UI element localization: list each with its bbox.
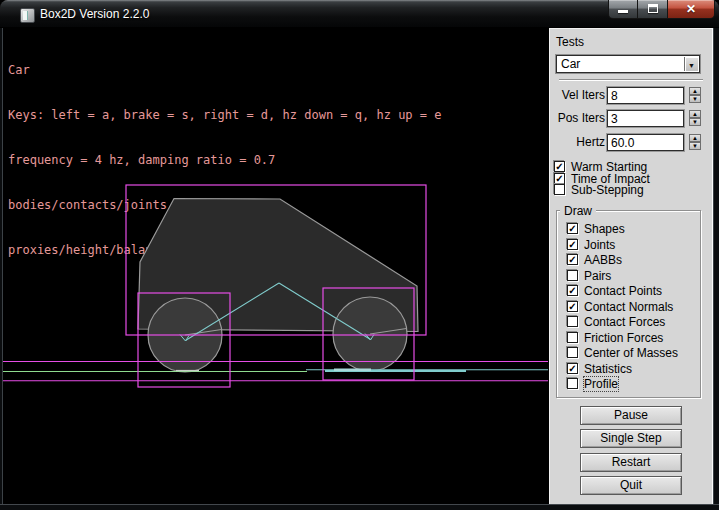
hertz-input[interactable] bbox=[607, 134, 684, 151]
app-icon-glyph bbox=[23, 11, 28, 20]
aabbs-checkbox-row[interactable]: ✓AABBs bbox=[567, 254, 622, 266]
tests-label: Tests bbox=[556, 35, 584, 49]
spinner-down-icon[interactable]: ▼ bbox=[689, 142, 701, 150]
hertz-spinner: ▲ ▼ bbox=[689, 134, 701, 151]
separator bbox=[559, 79, 703, 81]
pairs-checkbox-row[interactable]: Pairs bbox=[567, 270, 611, 282]
checkbox[interactable] bbox=[567, 332, 578, 343]
minimize-button[interactable] bbox=[608, 0, 638, 19]
debug-draw-layer bbox=[3, 28, 549, 504]
window-border-right bbox=[713, 28, 719, 504]
spinner-up-icon[interactable]: ▲ bbox=[689, 134, 701, 142]
checkbox-label: Pairs bbox=[584, 269, 611, 283]
checkbox-label: Statistics bbox=[584, 362, 632, 376]
checkbox-label: Friction Forces bbox=[584, 331, 663, 345]
pause-button[interactable]: Pause bbox=[580, 406, 682, 425]
checkbox[interactable]: ✓ bbox=[567, 363, 578, 374]
contact-forces-checkbox-row[interactable]: Contact Forces bbox=[567, 316, 665, 328]
single-step-button[interactable]: Single Step bbox=[580, 429, 682, 448]
checkbox[interactable]: ✓ bbox=[567, 301, 578, 312]
draw-group-label: Draw bbox=[560, 204, 596, 218]
hertz-row: Hertz ▲ ▼ bbox=[550, 134, 714, 151]
checkbox-label: AABBs bbox=[584, 253, 622, 267]
contact-points-checkbox-row[interactable]: ✓Contact Points bbox=[567, 285, 662, 297]
tests-selected-value: Car bbox=[561, 57, 580, 71]
checkbox[interactable]: ✓ bbox=[567, 254, 578, 265]
title-bar[interactable]: Box2D Version 2.2.0 ✕ bbox=[0, 0, 719, 28]
close-icon: ✕ bbox=[668, 2, 714, 16]
checkbox-label: Sub-Stepping bbox=[571, 183, 644, 197]
pos-iters-input[interactable] bbox=[607, 110, 684, 127]
restart-button[interactable]: Restart bbox=[580, 453, 682, 472]
spinner-up-icon[interactable]: ▲ bbox=[689, 87, 701, 95]
quit-button[interactable]: Quit bbox=[580, 476, 682, 495]
vel-iters-row: Vel Iters ▲ ▼ bbox=[550, 87, 714, 104]
checkbox-label: Profile bbox=[584, 377, 618, 391]
chevron-down-icon: ▼ bbox=[688, 62, 695, 69]
checkbox[interactable]: ✓ bbox=[567, 223, 578, 234]
checkbox[interactable] bbox=[567, 347, 578, 358]
vel-iters-label: Vel Iters bbox=[550, 88, 605, 102]
spinner-down-icon[interactable]: ▼ bbox=[689, 95, 701, 103]
checkbox[interactable] bbox=[567, 378, 578, 389]
spinner-down-icon[interactable]: ▼ bbox=[689, 118, 701, 126]
close-button[interactable]: ✕ bbox=[667, 0, 715, 19]
shapes-checkbox-row[interactable]: ✓Shapes bbox=[567, 223, 625, 235]
checkbox-label: Contact Points bbox=[584, 284, 662, 298]
checkbox[interactable] bbox=[567, 316, 578, 327]
friction-forces-checkbox-row[interactable]: Friction Forces bbox=[567, 332, 663, 344]
app-window: Box2D Version 2.2.0 ✕ Car Keys: left = a… bbox=[0, 0, 719, 510]
checkbox[interactable]: ✓ bbox=[554, 161, 565, 172]
pos-iters-label: Pos Iters bbox=[550, 111, 605, 125]
statistics-checkbox-row[interactable]: ✓Statistics bbox=[567, 363, 632, 375]
checkbox-label: Joints bbox=[584, 238, 615, 252]
app-icon[interactable] bbox=[20, 8, 35, 23]
window-border-left bbox=[0, 28, 3, 504]
hertz-label: Hertz bbox=[550, 135, 605, 149]
checkbox[interactable]: ✓ bbox=[567, 285, 578, 296]
maximize-button[interactable] bbox=[638, 0, 667, 19]
maximize-icon bbox=[648, 4, 658, 13]
window-controls: ✕ bbox=[608, 0, 715, 19]
tests-combobox[interactable]: Car ▼ bbox=[556, 55, 700, 73]
spinner-up-icon[interactable]: ▲ bbox=[689, 110, 701, 118]
contact-normals-checkbox-row[interactable]: ✓Contact Normals bbox=[567, 301, 673, 313]
center-of-masses-checkbox-row[interactable]: Center of Masses bbox=[567, 347, 678, 359]
sub-stepping-checkbox-row[interactable]: Sub-Stepping bbox=[554, 184, 644, 196]
checkbox-label: Contact Forces bbox=[584, 315, 665, 329]
checkbox[interactable] bbox=[567, 270, 578, 281]
pos-iters-spinner: ▲ ▼ bbox=[689, 110, 701, 127]
checkbox[interactable] bbox=[554, 184, 565, 195]
checkbox-label: Center of Masses bbox=[584, 346, 678, 360]
tests-dropdown-button[interactable]: ▼ bbox=[684, 57, 698, 71]
checkbox[interactable]: ✓ bbox=[567, 239, 578, 250]
control-panel: Tests Car ▼ Vel Iters ▲ ▼ Pos Iters ▲ ▼ … bbox=[549, 28, 713, 504]
window-border-bottom bbox=[0, 504, 719, 510]
window-title: Box2D Version 2.2.0 bbox=[40, 7, 149, 21]
simulation-viewport[interactable]: Car Keys: left = a, brake = s, right = d… bbox=[3, 28, 549, 504]
checkbox-label: Contact Normals bbox=[584, 300, 673, 314]
vel-iters-spinner: ▲ ▼ bbox=[689, 87, 701, 104]
checkbox-label: Shapes bbox=[584, 222, 625, 236]
pos-iters-row: Pos Iters ▲ ▼ bbox=[550, 110, 714, 127]
vel-iters-input[interactable] bbox=[607, 87, 684, 104]
joints-checkbox-row[interactable]: ✓Joints bbox=[567, 239, 615, 251]
profile-checkbox-row[interactable]: Profile bbox=[567, 378, 618, 390]
minimize-icon bbox=[618, 10, 628, 13]
checkbox[interactable]: ✓ bbox=[554, 173, 565, 184]
